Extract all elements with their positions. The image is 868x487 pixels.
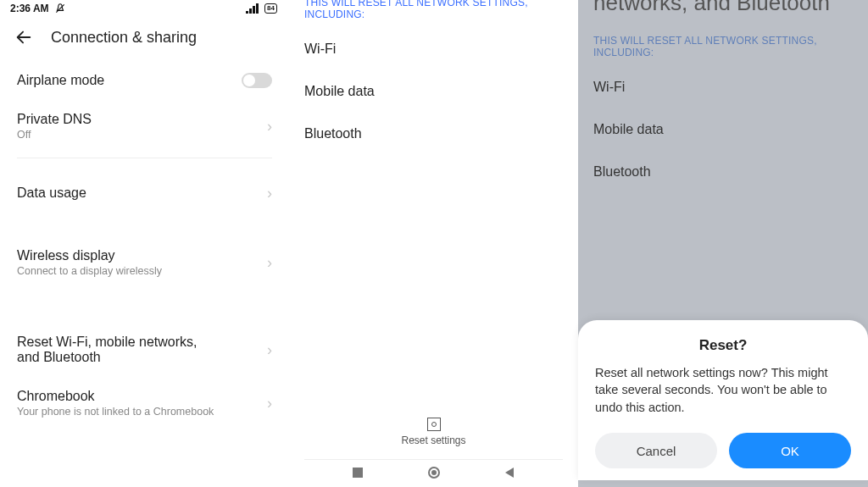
dialog-title: Reset? [595, 337, 851, 354]
chevron-right-icon: › [267, 396, 272, 411]
item-sublabel: Off [17, 129, 92, 141]
three-phone-layout: 2:36 AM 84 Connection & shari [0, 0, 868, 487]
net-item-mobile: Mobile data [593, 108, 853, 151]
svg-point-4 [431, 470, 437, 475]
item-airplane-mode[interactable]: Airplane mode [17, 61, 272, 100]
phone-2: THIS WILL RESET ALL NETWORK SETTINGS, IN… [289, 0, 578, 487]
app-bar: Connection & sharing [0, 17, 289, 61]
phone-3: networks, and Bluetooth THIS WILL RESET … [578, 0, 868, 487]
big-title-cut: networks, and Bluetooth [578, 0, 868, 16]
phone-1: 2:36 AM 84 Connection & shari [0, 0, 289, 487]
net-item-mobile: Mobile data [304, 70, 563, 113]
network-list: Wi-Fi Mobile data Bluetooth [289, 25, 578, 158]
net-item-wifi: Wi-Fi [593, 66, 853, 108]
item-chromebook[interactable]: Chromebook Your phone is not linked to a… [17, 377, 272, 429]
battery-icon: 84 [264, 3, 277, 14]
item-wireless-display[interactable]: Wireless display Connect to a display wi… [17, 236, 272, 289]
dialog-message: Reset all network settings now? This mig… [595, 364, 851, 416]
section-header: THIS WILL RESET ALL NETWORK SETTINGS, IN… [578, 35, 868, 63]
reset-label: Reset settings [401, 434, 465, 446]
arrow-left-icon [14, 28, 33, 47]
net-item-bt: Bluetooth [304, 113, 563, 155]
ok-label: OK [781, 444, 799, 458]
nav-recents-button[interactable] [352, 467, 364, 482]
item-reset-network[interactable]: Reset Wi-Fi, mobile networks, and Blueto… [17, 323, 272, 377]
item-label: Chromebook [17, 389, 214, 404]
net-item-bt: Bluetooth [593, 151, 853, 193]
net-item-wifi: Wi-Fi [304, 28, 563, 70]
status-bar: 2:36 AM 84 [0, 0, 289, 17]
page-title: Connection & sharing [51, 29, 197, 47]
airplane-toggle[interactable] [242, 73, 272, 88]
mute-icon [54, 3, 66, 14]
nav-home-button[interactable] [427, 466, 441, 483]
svg-rect-2 [353, 468, 363, 478]
battery-percent: 84 [267, 4, 275, 13]
item-data-usage[interactable]: Data usage › [17, 174, 272, 213]
settings-list: Airplane mode Private DNS Off › Data usa… [0, 61, 289, 429]
divider [17, 158, 272, 158]
reset-icon [427, 418, 441, 431]
svg-marker-5 [505, 468, 514, 478]
item-sublabel: Your phone is not linked to a Chromebook [17, 406, 214, 418]
network-list: Wi-Fi Mobile data Bluetooth [578, 63, 868, 196]
item-label: Wireless display [17, 248, 162, 263]
chevron-right-icon: › [267, 119, 272, 134]
back-button[interactable] [12, 25, 36, 49]
item-label: Data usage [17, 185, 86, 201]
ok-button[interactable]: OK [729, 433, 851, 468]
reset-settings-button[interactable]: Reset settings [289, 418, 578, 446]
divider [304, 459, 563, 460]
item-label: Airplane mode [17, 73, 104, 88]
item-label: Private DNS [17, 112, 92, 127]
item-private-dns[interactable]: Private DNS Off › [17, 100, 272, 152]
item-sublabel: Connect to a display wirelessly [17, 265, 162, 277]
cancel-label: Cancel [637, 444, 676, 458]
nav-bar [289, 462, 578, 487]
dialog-buttons: Cancel OK [595, 433, 851, 468]
signal-icon [246, 3, 259, 14]
clock-text: 2:36 AM [10, 3, 49, 14]
item-label: Reset Wi-Fi, mobile networks, and Blueto… [17, 335, 220, 365]
confirm-dialog: Reset? Reset all network settings now? T… [578, 320, 868, 480]
chevron-right-icon: › [267, 342, 272, 357]
chevron-right-icon: › [267, 255, 272, 270]
nav-back-button[interactable] [504, 467, 515, 482]
section-header: THIS WILL RESET ALL NETWORK SETTINGS, IN… [289, 0, 578, 25]
cancel-button[interactable]: Cancel [595, 433, 717, 468]
chevron-right-icon: › [267, 185, 272, 201]
